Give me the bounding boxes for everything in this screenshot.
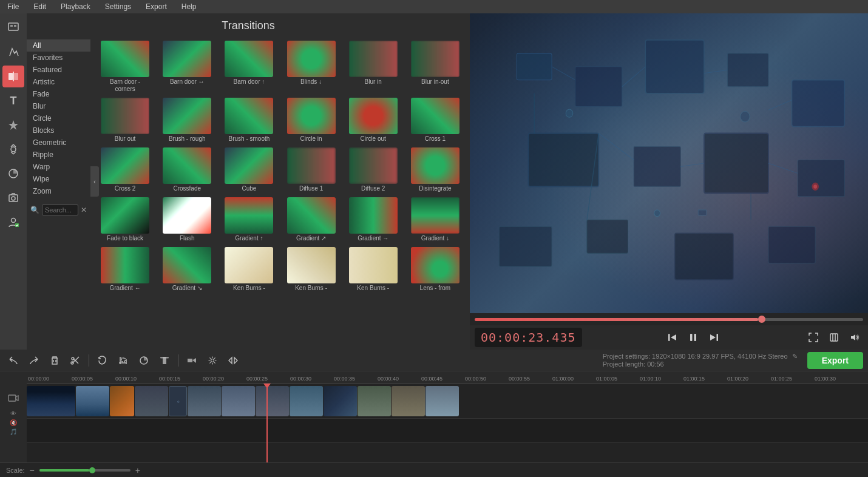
category-warp[interactable]: Warp: [27, 161, 90, 173]
transition-cross-2[interactable]: Cross 2: [95, 146, 155, 194]
progress-thumb[interactable]: [758, 316, 765, 323]
menu-edit[interactable]: Edit: [31, 1, 49, 12]
record-button[interactable]: [183, 352, 200, 369]
media-icon[interactable]: [2, 17, 24, 39]
clip-3[interactable]: [110, 386, 134, 416]
search-input[interactable]: [42, 205, 78, 215]
edit-settings-icon[interactable]: ✎: [792, 353, 798, 360]
audio-icon[interactable]: 🎵: [10, 428, 17, 435]
menu-help[interactable]: Help: [179, 1, 199, 12]
category-wipe[interactable]: Wipe: [27, 173, 90, 185]
volume-icon[interactable]: [846, 329, 863, 346]
menu-settings[interactable]: Settings: [103, 1, 134, 12]
clip-9[interactable]: [290, 386, 323, 416]
cut-button[interactable]: [67, 352, 84, 369]
eye-icon[interactable]: 👁: [10, 410, 16, 417]
clip-12[interactable]: [392, 386, 425, 416]
category-geometric[interactable]: Geometric: [27, 137, 90, 149]
timeline-tracks[interactable]: ⬦: [27, 384, 868, 462]
transition-cross-1[interactable]: Cross 1: [405, 96, 465, 144]
transition-flash[interactable]: Flash: [157, 196, 217, 243]
pause-button[interactable]: [685, 329, 702, 346]
expand-icon[interactable]: [826, 329, 843, 346]
color-adjust-button[interactable]: [135, 352, 152, 369]
fullscreen-icon[interactable]: [805, 329, 822, 346]
category-favorites[interactable]: Favorites: [27, 52, 90, 64]
category-circle[interactable]: Circle: [27, 112, 90, 124]
effects-icon[interactable]: [2, 114, 24, 136]
export-button[interactable]: Export: [807, 352, 863, 369]
menu-export[interactable]: Export: [143, 1, 169, 12]
transitions-toggle-button[interactable]: [225, 352, 242, 369]
category-blocks[interactable]: Blocks: [27, 124, 90, 137]
transition-fade-to-black[interactable]: Fade to black: [95, 196, 155, 243]
transition-cube[interactable]: Cube: [219, 146, 279, 194]
transitions-icon[interactable]: [2, 66, 24, 87]
settings-button[interactable]: [204, 352, 221, 369]
clip-4[interactable]: [135, 386, 168, 416]
snapshot-icon[interactable]: [2, 187, 24, 209]
transition-lens-from[interactable]: Lens - from: [405, 246, 465, 293]
transition-blur-in-out[interactable]: Blur in-out: [405, 39, 465, 94]
category-ripple[interactable]: Ripple: [27, 149, 90, 161]
clip-8[interactable]: [256, 386, 289, 416]
transition-brush-rough[interactable]: Brush - rough: [157, 96, 217, 144]
transition-diffuse-2[interactable]: Diffuse 2: [344, 146, 403, 194]
transition-gradient-up[interactable]: Gradient ↑: [219, 196, 279, 243]
transition-diffuse-1[interactable]: Diffuse 1: [281, 146, 341, 194]
color-icon[interactable]: [2, 163, 24, 184]
transition-blinds[interactable]: Blinds ↓: [281, 39, 341, 94]
transition-barn-door-lr[interactable]: Barn door ↔: [157, 39, 217, 94]
transition-gradient-right[interactable]: Gradient →: [344, 196, 403, 243]
crop-button[interactable]: [115, 352, 132, 369]
rotate-button[interactable]: [94, 352, 111, 369]
skip-forward-button[interactable]: [705, 329, 722, 346]
transitions-grid-wrapper[interactable]: Barn door - corners Barn door ↔ Barn doo…: [90, 37, 470, 350]
progress-track[interactable]: [475, 318, 863, 321]
scale-minus-icon[interactable]: −: [30, 465, 35, 475]
transition-gradient-left[interactable]: Gradient ←: [95, 246, 155, 293]
transition-barn-door-corners[interactable]: Barn door - corners: [95, 39, 155, 94]
category-zoom[interactable]: Zoom: [27, 185, 90, 197]
transition-ken-burns-1[interactable]: Ken Burns -: [219, 246, 279, 293]
skip-back-button[interactable]: [664, 329, 681, 346]
category-artistic[interactable]: Artistic: [27, 76, 90, 88]
category-fade[interactable]: Fade: [27, 88, 90, 100]
clip-11[interactable]: [358, 386, 391, 416]
transition-circle-in[interactable]: Circle in: [281, 96, 341, 144]
delete-button[interactable]: [46, 352, 63, 369]
clip-13[interactable]: [426, 386, 459, 416]
category-all[interactable]: All: [27, 39, 90, 52]
category-featured[interactable]: Featured: [27, 64, 90, 76]
transition-blur-out[interactable]: Blur out: [95, 96, 155, 144]
clip-6[interactable]: [188, 386, 221, 416]
clear-search-icon[interactable]: ✕: [81, 206, 87, 214]
clip-5-transition[interactable]: ⬦: [169, 386, 187, 416]
redo-button[interactable]: [25, 352, 42, 369]
clip-10[interactable]: [324, 386, 357, 416]
user-icon[interactable]: [2, 211, 24, 233]
edit-icon[interactable]: [2, 41, 24, 63]
category-blur[interactable]: Blur: [27, 100, 90, 112]
menu-file[interactable]: File: [5, 1, 21, 12]
clip-1[interactable]: [27, 386, 75, 416]
text-icon[interactable]: T: [2, 90, 24, 112]
undo-button[interactable]: [5, 352, 22, 369]
transition-gradient-diagonal[interactable]: Gradient ↗: [281, 196, 341, 243]
title-button[interactable]: [156, 352, 173, 369]
transition-gradient-diagonal2[interactable]: Gradient ↘: [157, 246, 217, 293]
transition-gradient-down[interactable]: Gradient ↓: [405, 196, 465, 243]
transition-disintegrate[interactable]: Disintegrate: [405, 146, 465, 194]
scale-plus-icon[interactable]: +: [135, 465, 140, 475]
motion-icon[interactable]: [2, 138, 24, 160]
menu-playback[interactable]: Playback: [58, 1, 93, 12]
scale-thumb[interactable]: [89, 467, 95, 473]
transition-circle-out[interactable]: Circle out: [344, 96, 403, 144]
mute-icon[interactable]: 🔇: [10, 419, 17, 426]
transition-barn-door-up[interactable]: Barn door ↑: [219, 39, 279, 94]
transition-ken-burns-2[interactable]: Ken Burns -: [281, 246, 341, 293]
collapse-panel-arrow[interactable]: ‹: [90, 166, 99, 197]
clip-2[interactable]: [76, 386, 109, 416]
scale-track[interactable]: [39, 469, 131, 472]
transition-ken-burns-3[interactable]: Ken Burns -: [344, 246, 403, 293]
